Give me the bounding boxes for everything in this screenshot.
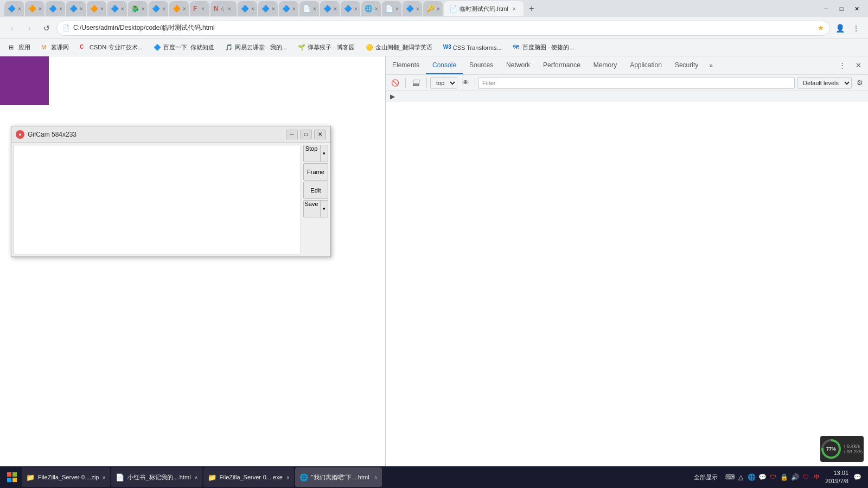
tray-audio-icon[interactable]: 🔊 xyxy=(790,473,799,481)
context-selector[interactable]: top xyxy=(430,77,457,89)
tab-active[interactable]: 📄 临时测试代码.html × xyxy=(444,1,524,16)
tab-item[interactable]: 🔷 × xyxy=(403,1,422,16)
tray-antivirus2-icon[interactable]: 🛡 xyxy=(801,473,810,481)
gifcam-save-button[interactable]: Save ▾ xyxy=(303,200,328,217)
tray-antivirus-icon[interactable]: 🛡 xyxy=(769,473,777,481)
tab-item[interactable]: 🔷 × xyxy=(238,1,257,16)
tab-security[interactable]: Security xyxy=(668,56,705,74)
tab-item[interactable]: 🐉 × xyxy=(128,1,148,16)
tab-item[interactable]: 🔑 × xyxy=(423,1,443,16)
taskbar-item-close[interactable]: ∧ xyxy=(374,474,378,480)
reload-button[interactable]: ↺ xyxy=(39,21,54,36)
bookmark-baidu-map[interactable]: 🗺 百度脑图 - 便捷的... xyxy=(508,41,579,54)
minimize-button[interactable]: ─ xyxy=(819,2,833,16)
tab-close-btn[interactable]: × xyxy=(375,5,378,12)
tab-item[interactable]: 🔷 × xyxy=(107,1,127,16)
gifcam-titlebar[interactable]: ● GifCam 584x233 ─ □ ✕ xyxy=(11,126,330,143)
tab-item[interactable]: 🔷 × xyxy=(66,1,86,16)
tab-close-btn[interactable]: × xyxy=(416,5,419,12)
tab-item[interactable]: 🔷 × xyxy=(46,1,65,16)
tab-item[interactable]: 🔷 × xyxy=(279,1,298,16)
tab-item[interactable]: 🔶 × xyxy=(87,1,106,16)
tab-close-btn[interactable]: × xyxy=(354,5,358,12)
tab-more-button[interactable]: » xyxy=(705,56,717,74)
bookmark-jinshan[interactable]: 🟡 金山阅翻_翻词学英语 xyxy=(361,41,437,54)
tab-item[interactable]: 📄 × xyxy=(299,1,319,16)
tab-close-btn[interactable]: × xyxy=(121,5,124,12)
start-button[interactable] xyxy=(2,467,22,487)
back-button[interactable]: ‹ xyxy=(4,21,20,36)
tab-item[interactable]: 🔷 × xyxy=(4,1,24,16)
stop-dropdown-arrow[interactable]: ▾ xyxy=(320,145,328,162)
tab-close-btn[interactable]: × xyxy=(199,5,206,12)
menu-button[interactable]: ⋮ xyxy=(848,21,864,36)
taskbar-item-xiaohongshu[interactable]: 📄 小红书_标记我的....html ∧ xyxy=(111,467,202,487)
tab-close-btn[interactable]: × xyxy=(226,5,233,12)
tab-close-btn[interactable]: × xyxy=(183,5,186,12)
console-settings-button[interactable]: ⚙ xyxy=(854,77,866,89)
levels-selector[interactable]: Default levels xyxy=(797,77,852,89)
tray-ime-icon[interactable]: 中 xyxy=(812,473,821,481)
tab-memory[interactable]: Memory xyxy=(587,56,623,74)
close-button[interactable]: ✕ xyxy=(850,2,864,16)
bookmark-css[interactable]: W3 CSS Transforms... xyxy=(439,41,506,54)
tab-item[interactable]: 🔶 × xyxy=(25,1,44,16)
devtools-customize-button[interactable]: ⋮ xyxy=(834,58,850,73)
tab-close-btn[interactable]: × xyxy=(313,5,316,12)
bookmark-star-icon[interactable]: ★ xyxy=(818,24,824,32)
bookmark-csdn[interactable]: C CSDN-专业IT技术... xyxy=(75,41,147,54)
tab-close-btn[interactable]: × xyxy=(292,5,296,12)
tab-item[interactable]: 🔶 × xyxy=(169,1,189,16)
tab-close-btn[interactable]: × xyxy=(142,5,145,12)
system-clock[interactable]: 13:01 2019/7/8 xyxy=(825,469,848,486)
taskbar-item-filezilla-zip[interactable]: 📁 FileZilla_Server-0....zip ∧ xyxy=(22,467,110,487)
taskbar-item-close[interactable]: ∧ xyxy=(194,474,198,480)
filter-input[interactable] xyxy=(478,77,795,89)
tab-network[interactable]: Network xyxy=(500,56,537,74)
taskbar-item-close[interactable]: ∧ xyxy=(102,474,106,480)
address-bar[interactable]: 📄 C:/Users/admin/Desktop/code/临时测试代码.htm… xyxy=(56,21,830,36)
gifcam-restore-btn[interactable]: □ xyxy=(300,130,312,139)
tab-close-btn[interactable]: × xyxy=(162,5,165,12)
tab-performance[interactable]: Performance xyxy=(537,56,587,74)
bookmark-wangyi[interactable]: 🎵 网易云课堂 - 我的... xyxy=(221,41,291,54)
bookmark-mukewang[interactable]: M 墓课网 xyxy=(37,41,73,54)
gifcam-frame-button[interactable]: Frame xyxy=(303,163,328,181)
maximize-button[interactable]: □ xyxy=(834,2,848,16)
devtools-close-button[interactable]: ✕ xyxy=(851,58,866,73)
tab-console[interactable]: Console xyxy=(426,56,463,74)
tab-item[interactable]: 🔷 × xyxy=(149,1,168,16)
bookmark-baidu[interactable]: 🔷 百度一下, 你就知道 xyxy=(149,41,219,54)
tab-close-btn[interactable]: × xyxy=(80,5,83,12)
clear-console-button[interactable]: 🚫 xyxy=(388,76,402,90)
tab-application[interactable]: Application xyxy=(623,56,668,74)
gifcam-minimize-btn[interactable]: ─ xyxy=(286,130,298,139)
tab-close-btn[interactable]: × xyxy=(18,5,21,12)
toggle-drawer-button[interactable] xyxy=(409,76,423,90)
tab-close-btn[interactable]: × xyxy=(437,5,440,12)
tray-arrow-icon[interactable]: △ xyxy=(736,473,745,481)
tab-close-btn[interactable]: × xyxy=(272,5,275,12)
tab-item[interactable]: 🔷 × xyxy=(258,1,278,16)
tab-item[interactable]: 🌐 × xyxy=(361,1,381,16)
tab-item[interactable]: N 小 × xyxy=(210,1,237,16)
tab-item[interactable]: 🔷 × xyxy=(320,1,340,16)
taskbar-item-filezilla-exe[interactable]: 📁 FileZilla_Server-0....exe ∧ xyxy=(203,467,294,487)
eye-button[interactable]: 👁 xyxy=(459,77,471,89)
tab-close-btn[interactable]: × xyxy=(251,5,254,12)
tab-close-btn[interactable]: × xyxy=(100,5,104,12)
tab-item[interactable]: 🔷 × xyxy=(341,1,360,16)
new-tab-button[interactable]: + xyxy=(525,2,539,16)
tab-item[interactable]: 📄 × xyxy=(382,1,401,16)
show-all-button[interactable]: 全部显示 xyxy=(691,473,721,481)
taskbar-item-close[interactable]: ∧ xyxy=(286,474,290,480)
expand-section-button[interactable]: ▶ xyxy=(388,92,397,101)
user-account-button[interactable]: 👤 xyxy=(832,21,847,36)
tab-close-btn[interactable]: × xyxy=(39,5,42,12)
bookmark-apps[interactable]: ⊞ 应用 xyxy=(4,41,35,54)
tray-wechat-icon[interactable]: 💬 xyxy=(758,473,767,481)
tray-network-icon[interactable]: 🌐 xyxy=(747,473,756,481)
forward-button[interactable]: › xyxy=(22,21,37,36)
tray-keyboard-icon[interactable]: ⌨ xyxy=(725,473,734,481)
tab-elements[interactable]: Elements xyxy=(386,56,426,74)
